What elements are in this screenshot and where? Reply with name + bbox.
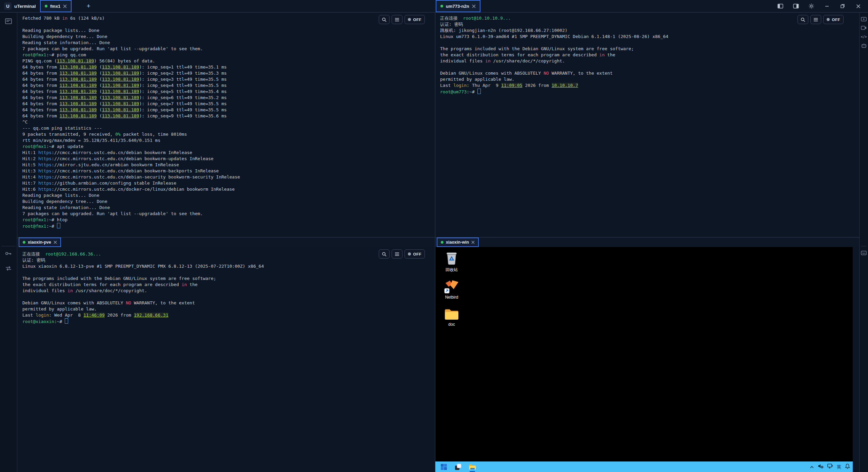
toggle-dot-icon	[408, 252, 411, 256]
code-snippets-icon[interactable]: </>	[860, 32, 868, 41]
broadcast-toggle[interactable]: OFF	[405, 249, 425, 259]
tab-xiaoxin-pve[interactable]: xiaoxin-pve	[19, 238, 61, 247]
connected-dot-icon	[440, 5, 443, 7]
task-view-icon	[454, 463, 462, 471]
desktop-icon-label: 回收站	[446, 267, 458, 273]
tab-xiaoxin-win[interactable]: xiaoxin-win	[437, 238, 479, 247]
tab-fmx1-label: fmx1	[50, 4, 60, 9]
close-icon[interactable]	[471, 241, 475, 244]
restore-button[interactable]	[836, 1, 849, 11]
window-controls	[774, 0, 865, 12]
sidebar-divider	[1, 246, 16, 246]
start-button[interactable]	[439, 461, 448, 472]
toggle-dot-icon	[408, 18, 411, 21]
broadcast-toggle-label: OFF	[413, 252, 422, 256]
tab-win-label: xiaoxin-win	[446, 240, 469, 245]
port-forward-icon[interactable]	[0, 263, 17, 273]
windows-start-icon	[440, 464, 447, 470]
file-explorer-button[interactable]	[468, 461, 477, 472]
network-display-icon[interactable]	[827, 464, 833, 470]
taskbar-apps	[439, 461, 477, 472]
tab-um773-n2n[interactable]: um773-n2n	[436, 0, 480, 12]
monitor-graph-icon[interactable]	[860, 248, 868, 257]
terminal-output-fmx1[interactable]: Fetched 780 kB in 6s (124 kB/s) Reading …	[17, 13, 435, 237]
toggle-left-panel-icon[interactable]	[774, 1, 787, 11]
pane-controls: OFF	[379, 15, 425, 24]
terminal-pane-um773: 正在连接 root@10.10.10.9...认证: 密码跳板机: jikong…	[435, 13, 859, 237]
menu-button[interactable]	[392, 249, 402, 259]
ai-robot-icon[interactable]	[860, 41, 868, 50]
recycle-bin-icon	[444, 250, 459, 266]
theme-toggle-icon[interactable]	[805, 1, 818, 11]
system-tray: 英	[810, 461, 850, 472]
notifications-bell-icon[interactable]	[845, 464, 850, 470]
left-sidebar	[0, 13, 17, 472]
pane-divider-vertical[interactable]	[435, 12, 435, 472]
connected-dot-icon	[441, 241, 443, 244]
desktop-icon-label: doc	[448, 322, 455, 327]
broadcast-toggle-label: OFF	[413, 18, 422, 22]
terminal-output-pve[interactable]: 正在连接 root@192.168.66.36...认证: 密码Linux xi…	[17, 247, 435, 472]
volume-muted-icon[interactable]	[818, 464, 824, 470]
pane-controls: OFF	[379, 249, 425, 259]
windows-desktop[interactable]: 回收站 Netbird doc	[435, 247, 853, 472]
connected-dot-icon	[45, 5, 47, 7]
ime-language-indicator[interactable]: 英	[837, 464, 841, 470]
tab-fmx1[interactable]: fmx1	[40, 0, 72, 12]
search-button[interactable]	[379, 249, 390, 259]
toggle-dot-icon	[827, 18, 830, 21]
desktop-icon-recycle-bin[interactable]: 回收站	[439, 250, 465, 279]
close-icon[interactable]	[472, 4, 476, 8]
host-list-icon[interactable]	[0, 16, 17, 26]
terminal-pane-fmx1: Fetched 780 kB in 6s (124 kB/s) Reading …	[17, 13, 435, 237]
pane-divider-horizontal[interactable]	[17, 237, 860, 238]
screen-record-icon[interactable]	[860, 23, 868, 32]
broadcast-toggle-label: OFF	[832, 18, 841, 22]
desktop-icons: 回收站 Netbird doc	[439, 250, 465, 336]
close-window-button[interactable]	[852, 1, 865, 11]
bottom-right-tabbar: xiaoxin-win	[435, 238, 859, 247]
key-icon[interactable]	[0, 248, 17, 259]
tab-um773-label: um773-n2n	[446, 4, 469, 9]
connected-dot-icon	[23, 241, 25, 244]
netbird-icon	[444, 279, 459, 294]
tab-pve-label: xiaoxin-pve	[28, 240, 51, 245]
minimize-button[interactable]	[821, 1, 833, 11]
new-tab-button[interactable]: +	[84, 2, 93, 11]
desktop-icon-doc-folder[interactable]: doc	[439, 307, 465, 336]
close-icon[interactable]	[63, 4, 67, 8]
menu-button[interactable]	[810, 15, 821, 24]
add-panel-icon[interactable]	[860, 15, 868, 23]
pane-controls: OFF	[797, 15, 844, 24]
remote-desktop-pane: 回收站 Netbird doc	[435, 247, 859, 472]
desktop-icon-netbird[interactable]: Netbird	[439, 279, 465, 307]
bottom-left-tabbar: xiaoxin-pve	[17, 238, 435, 247]
menu-button[interactable]	[392, 15, 402, 24]
task-view-button[interactable]	[454, 461, 462, 472]
app-logo-icon: U	[4, 2, 12, 10]
app-title: uTerminal	[14, 4, 36, 9]
terminal-output-um773[interactable]: 正在连接 root@10.10.10.9...认证: 密码跳板机: jikong…	[435, 13, 859, 237]
tray-overflow-chevron-icon[interactable]	[810, 464, 814, 470]
broadcast-toggle[interactable]: OFF	[823, 15, 844, 24]
file-explorer-icon	[469, 464, 476, 470]
right-sidebar: </>	[859, 13, 868, 472]
search-button[interactable]	[797, 15, 808, 24]
toggle-right-panel-icon[interactable]	[789, 1, 802, 11]
app-brand[interactable]: U uTerminal	[4, 0, 36, 12]
desktop-icon-label: Netbird	[445, 295, 458, 300]
folder-icon	[444, 307, 459, 321]
app-window: U uTerminal fmx1 + um773-n2n	[0, 0, 868, 472]
title-bar: U uTerminal fmx1 + um773-n2n	[0, 0, 868, 13]
windows-taskbar: 英	[435, 461, 853, 472]
terminal-pane-pve: 正在连接 root@192.168.66.36...认证: 密码Linux xi…	[17, 247, 435, 472]
close-icon[interactable]	[54, 241, 57, 244]
sidebar-divider	[861, 246, 867, 246]
search-button[interactable]	[379, 15, 390, 24]
broadcast-toggle[interactable]: OFF	[405, 15, 425, 24]
